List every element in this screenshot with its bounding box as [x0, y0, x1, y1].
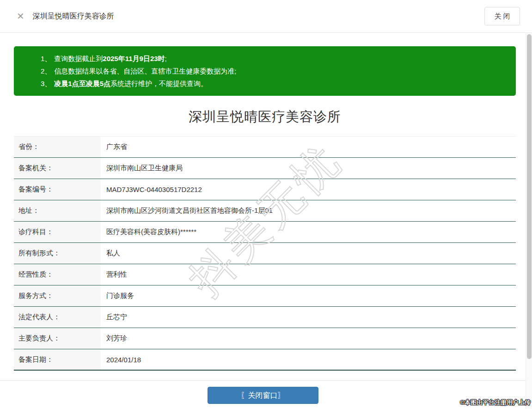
row-label: 备案日期： — [14, 349, 101, 370]
row-value: MAD7J3WC-044030517D2212 — [101, 186, 202, 193]
window-title: 深圳呈悦晴医疗美容诊所 — [33, 12, 114, 21]
row-value: 刘芳珍 — [101, 334, 127, 343]
window-header: ✕ 深圳呈悦晴医疗美容诊所 关 闭 — [0, 0, 532, 33]
table-row-legal-representative: 法定代表人： 丘芯宁 — [14, 307, 516, 328]
main-content: 1、查询数据截止到2025年11月9日23时; 2、信息数据结果以各省、自治区、… — [0, 46, 532, 394]
header-close-button[interactable]: 关 闭 — [484, 7, 520, 25]
row-label: 备案机关： — [14, 158, 101, 179]
notice-line-2: 2、信息数据结果以各省、自治区、直辖市卫生健康委数据为准; — [41, 65, 507, 77]
row-value: 深圳市南山区沙河街道文昌街社区首地容御会所-1层01 — [101, 206, 273, 215]
close-x-icon[interactable]: ✕ — [17, 12, 24, 21]
table-row-filing-authority: 备案机关： 深圳市南山区卫生健康局 — [14, 158, 516, 179]
notice-text-bold: 凌晨1点至凌晨5点 — [54, 80, 110, 87]
table-row-service-mode: 服务方式： 门诊服务 — [14, 285, 516, 307]
row-label: 诊疗科目： — [14, 222, 101, 242]
footer-bar: 〖关闭窗口〗 — [0, 380, 526, 409]
row-label: 法定代表人： — [14, 307, 101, 328]
row-value: 门诊服务 — [101, 291, 134, 300]
notice-text: 系统进行维护，不能提供查询。 — [110, 80, 208, 87]
row-value: 营利性 — [101, 270, 127, 279]
notice-text: 信息数据结果以各省、自治区、直辖市卫生健康委数据为准; — [54, 67, 236, 75]
row-label: 省份： — [14, 136, 101, 157]
notice-number: 1、 — [41, 55, 51, 62]
notice-number: 2、 — [41, 67, 51, 75]
vertical-scrollbar-thumb[interactable] — [527, 34, 532, 359]
notice-banner: 1、查询数据截止到2025年11月9日23时; 2、信息数据结果以各省、自治区、… — [14, 46, 516, 96]
notice-line-1: 1、查询数据截止到2025年11月9日23时; — [41, 52, 507, 65]
row-value: 私人 — [101, 249, 120, 258]
notice-text-bold: 2025年11月9日23时 — [103, 55, 165, 62]
table-row-filing-date: 备案日期： 2024/01/18 — [14, 349, 516, 371]
row-value: 2024/01/18 — [101, 356, 141, 364]
row-label: 主要负责人： — [14, 328, 101, 349]
row-value: 医疗美容科(美容皮肤科)****** — [101, 228, 196, 236]
table-row-ownership: 所有制形式： 私人 — [14, 243, 516, 264]
table-row-filing-number: 备案编号： MAD7J3WC-044030517D2212 — [14, 179, 516, 200]
row-label: 经营性质： — [14, 264, 101, 285]
row-value: 深圳市南山区卫生健康局 — [101, 164, 183, 173]
vertical-scrollbar-track[interactable] — [526, 33, 532, 409]
table-row-province: 省份： 广东省 — [14, 136, 516, 158]
notice-text: 查询数据截止到 — [54, 55, 103, 62]
row-label: 地址： — [14, 200, 101, 221]
notice-text: ; — [165, 55, 167, 62]
row-value: 广东省 — [101, 143, 127, 151]
table-row-medical-subjects: 诊疗科目： 医疗美容科(美容皮肤科)****** — [14, 222, 516, 243]
table-row-address: 地址： 深圳市南山区沙河街道文昌街社区首地容御会所-1层01 — [14, 200, 516, 222]
table-row-main-person-in-charge: 主要负责人： 刘芳珍 — [14, 328, 516, 349]
close-window-button[interactable]: 〖关闭窗口〗 — [208, 387, 318, 404]
page-title: 深圳呈悦晴医疗美容诊所 — [14, 108, 516, 126]
notice-line-3: 3、凌晨1点至凌晨5点系统进行维护，不能提供查询。 — [41, 77, 507, 90]
detail-table: 省份： 广东省 备案机关： 深圳市南山区卫生健康局 备案编号： MAD7J3WC… — [14, 136, 516, 371]
table-row-business-nature: 经营性质： 营利性 — [14, 264, 516, 285]
row-label: 服务方式： — [14, 285, 101, 306]
row-label: 所有制形式： — [14, 243, 101, 264]
row-label: 备案编号： — [14, 179, 101, 200]
row-value: 丘芯宁 — [101, 313, 127, 322]
notice-number: 3、 — [41, 80, 51, 87]
